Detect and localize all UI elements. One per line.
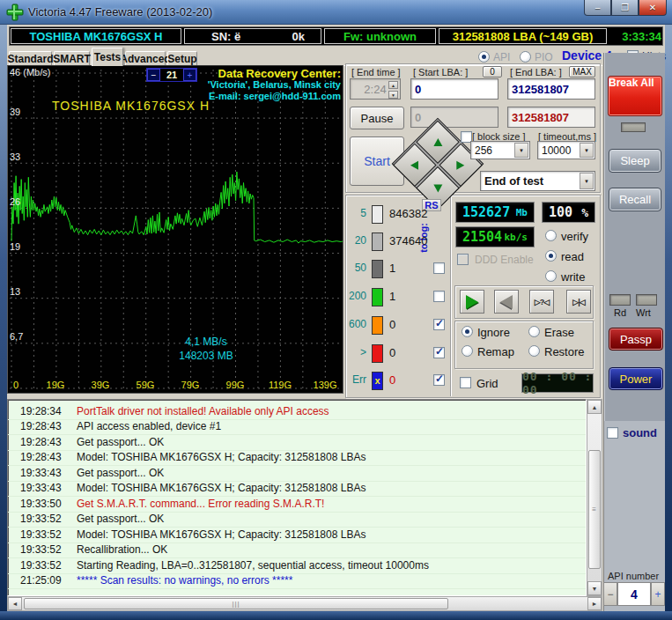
log-row: 21:25:09***** Scan results: no warnings,… bbox=[8, 574, 586, 589]
restore-radio[interactable] bbox=[528, 345, 540, 357]
start-lba-zero-button[interactable]: 0 bbox=[483, 66, 502, 78]
end-lba-input[interactable]: 312581807 bbox=[507, 78, 595, 100]
window-border-right bbox=[665, 25, 672, 611]
y-axis-title: 46 (Mb/s) bbox=[10, 67, 50, 78]
start-lba-input[interactable]: 0 bbox=[410, 78, 498, 100]
read-radio[interactable] bbox=[545, 250, 557, 262]
write-label: write bbox=[561, 270, 585, 284]
sleep-button[interactable]: Sleep bbox=[609, 149, 661, 173]
api-number-value[interactable]: 4 bbox=[617, 582, 651, 606]
counter-checkbox-gt[interactable] bbox=[433, 347, 445, 358]
x-tick-39g: 39G bbox=[92, 380, 110, 390]
grid-checkbox[interactable] bbox=[460, 377, 471, 388]
counter-block bbox=[372, 205, 383, 224]
capacity: 312581808 LBA (~149 GB) bbox=[439, 28, 607, 44]
percent-display: 100 % bbox=[542, 202, 595, 223]
scroll-right-icon[interactable]: ► bbox=[587, 597, 602, 610]
start-lba-label: [ Start LBA: ] bbox=[413, 67, 468, 78]
remap-radio[interactable] bbox=[462, 345, 473, 357]
y-tick-39: 39 bbox=[10, 107, 20, 117]
log-panel[interactable]: 19:28:34PortTalk driver not installed! A… bbox=[7, 399, 587, 596]
scroll-down-icon[interactable]: ▼ bbox=[587, 581, 602, 595]
break-all-button[interactable]: Break All bbox=[608, 76, 662, 116]
zoom-out-button[interactable]: − bbox=[147, 69, 160, 81]
tab-advanced[interactable]: Advanced bbox=[125, 51, 166, 66]
verify-label: verify bbox=[561, 230, 588, 243]
chevron-down-icon[interactable]: ▼ bbox=[580, 143, 594, 158]
log-row: 19:33:52Get passport... OK bbox=[8, 513, 586, 528]
current-readout: 4,1 MB/s 148203 MB bbox=[149, 335, 263, 363]
vscroll-thumb[interactable]: ≡ bbox=[588, 450, 601, 569]
speed-value: 21504 bbox=[462, 229, 502, 245]
erase-label: Erase bbox=[544, 326, 574, 339]
current-lba-field: 0 bbox=[410, 107, 498, 128]
block-size-dropdown[interactable]: 256 ▼ bbox=[470, 141, 530, 159]
remaining-lba-field: 312581807 bbox=[507, 107, 595, 128]
play-button[interactable] bbox=[460, 290, 484, 314]
write-radio[interactable] bbox=[545, 270, 557, 282]
counter-row-50: 50 1 bbox=[349, 259, 446, 280]
counter-row-gt: > 0 bbox=[349, 343, 446, 365]
log-hscrollbar[interactable]: ◄ ||| ► bbox=[7, 596, 602, 611]
pio-radio[interactable] bbox=[520, 51, 531, 63]
sound-checkbox[interactable] bbox=[607, 427, 618, 439]
speed-display: 21504 kb/s bbox=[455, 226, 535, 247]
end-time-spin-arrows[interactable]: ▲▼ bbox=[388, 81, 398, 99]
counter-block bbox=[372, 288, 383, 306]
percent-value: 100 bbox=[549, 204, 572, 220]
counter-row-5: 5 846382 bbox=[349, 204, 446, 225]
play-icon bbox=[466, 295, 478, 309]
counter-checkbox-600[interactable] bbox=[433, 319, 445, 330]
ignore-radio[interactable] bbox=[462, 326, 473, 337]
log-row: 19:28:43API access enabled, device #1 bbox=[8, 420, 586, 435]
api-number-label: API number bbox=[608, 571, 659, 581]
tab-smart[interactable]: SMART bbox=[54, 51, 90, 66]
tab-tests[interactable]: Tests bbox=[92, 48, 123, 66]
counter-checkbox-200[interactable] bbox=[433, 291, 445, 302]
scroll-left-icon[interactable]: ◄ bbox=[8, 597, 22, 610]
window-title: Victoria 4.47 Freeware (2013-02-20) bbox=[28, 5, 212, 18]
api-number-minus-button[interactable]: − bbox=[603, 582, 617, 606]
current-position: 148203 MB bbox=[149, 349, 263, 363]
passport-button[interactable]: Passp bbox=[609, 328, 663, 351]
scroll-up-icon[interactable]: ▲ bbox=[587, 400, 602, 414]
sn-label: SN: ë bbox=[211, 30, 240, 43]
close-button[interactable]: ✕ bbox=[639, 0, 667, 16]
maximize-button[interactable]: ❐ bbox=[611, 0, 639, 16]
log-vscrollbar[interactable]: ▲ ≡ ▼ bbox=[587, 399, 602, 596]
timer-display: 00 : 00 : 00 bbox=[521, 373, 594, 393]
retry-skip-button[interactable]: ▷?◁ bbox=[529, 290, 554, 314]
counter-block-err: x bbox=[372, 372, 383, 390]
timeout-dropdown[interactable]: 10000 ▼ bbox=[537, 141, 595, 159]
erase-radio[interactable] bbox=[528, 326, 540, 337]
api-number-plus-button[interactable]: + bbox=[651, 582, 665, 606]
tab-setup[interactable]: Setup bbox=[167, 51, 197, 66]
sn-value: 0k bbox=[292, 30, 305, 43]
hscroll-thumb[interactable]: ||| bbox=[24, 598, 448, 609]
counter-checkbox-err[interactable] bbox=[433, 374, 445, 386]
counter-checkbox-50[interactable] bbox=[433, 262, 445, 274]
skip-to-end-button[interactable]: ▷|◁ bbox=[566, 290, 591, 314]
minimize-button[interactable]: – bbox=[584, 0, 611, 16]
chevron-down-icon[interactable]: ▼ bbox=[514, 143, 528, 158]
tab-standard[interactable]: Standard bbox=[9, 51, 52, 66]
banner-email[interactable]: E-mail: sergei@hdd-911.com bbox=[180, 91, 341, 102]
end-time-spinner[interactable]: 2:24 ▲▼ bbox=[350, 78, 401, 100]
title-bar[interactable]: Victoria 4.47 Freeware (2013-02-20) – ❐ … bbox=[0, 0, 672, 25]
counter-block bbox=[372, 260, 383, 278]
pause-button[interactable]: Pause bbox=[350, 107, 404, 129]
x-tick-79g: 79G bbox=[181, 380, 200, 390]
api-radio[interactable] bbox=[478, 51, 490, 63]
end-lba-max-button[interactable]: MAX bbox=[569, 66, 595, 78]
speed-graph: 46 (Mb/s) 39 33 26 19 13 6,7 0 19G 39G 5… bbox=[7, 65, 343, 394]
verify-radio[interactable] bbox=[545, 230, 557, 241]
step-back-button[interactable] bbox=[494, 290, 519, 314]
power-button[interactable]: Power bbox=[609, 367, 663, 390]
recall-button[interactable]: Recall bbox=[609, 188, 661, 211]
end-action-dropdown[interactable]: End of test ▼ bbox=[480, 171, 595, 191]
panel-divider bbox=[450, 196, 452, 396]
log-row: 19:33:43Get passport... OK bbox=[8, 467, 586, 482]
wrt-led bbox=[636, 294, 657, 306]
rd-led bbox=[609, 294, 631, 306]
chevron-down-icon[interactable]: ▼ bbox=[580, 173, 594, 189]
